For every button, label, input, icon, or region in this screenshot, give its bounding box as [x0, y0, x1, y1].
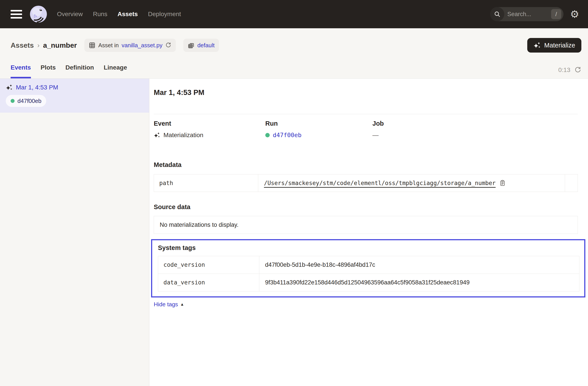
- system-tag-value: d47f00eb-5d1b-4e9e-b18c-4896af4bd17c: [259, 256, 579, 274]
- system-tags-highlighted-section: System tags code_version d47f00eb-5d1b-4…: [151, 239, 585, 297]
- table-actions-cell: [565, 174, 578, 192]
- system-tags-title: System tags: [158, 244, 579, 251]
- menu-icon[interactable]: [11, 10, 22, 19]
- dagster-logo-icon[interactable]: [30, 5, 47, 23]
- code-location-icon: [188, 42, 194, 49]
- materialization-sparkle-icon: [154, 132, 160, 139]
- breadcrumb-assets-link[interactable]: Assets: [11, 41, 34, 49]
- search-shortcut-key: /: [551, 9, 561, 19]
- event-list-item[interactable]: Mar 1, 4:53 PM d47f00eb: [0, 79, 149, 113]
- job-column-label: Job: [372, 120, 578, 127]
- caret-up-icon: ▲: [180, 302, 184, 307]
- source-data-empty-message: No materializations to display.: [154, 216, 578, 234]
- nav-link-deployment[interactable]: Deployment: [148, 11, 181, 18]
- system-tags-table: code_version d47f00eb-5d1b-4e9e-b18c-489…: [158, 256, 579, 291]
- system-tag-key: code_version: [158, 256, 259, 274]
- asset-badge-prefix: Asset in: [98, 42, 119, 49]
- system-tag-value: 9f3b411a390fd22e158d446d5d12504963596aa6…: [259, 274, 579, 291]
- metadata-key: path: [154, 174, 258, 192]
- event-timestamp-link[interactable]: Mar 1, 4:53 PM: [16, 84, 58, 91]
- table-row: data_version 9f3b411a390fd22e158d446d5d1…: [158, 274, 579, 291]
- table-row: code_version d47f00eb-5d1b-4e9e-b18c-489…: [158, 256, 579, 274]
- nav-link-overview[interactable]: Overview: [57, 11, 83, 18]
- materialize-button[interactable]: Materialize: [527, 38, 581, 53]
- sparkle-icon: [533, 41, 541, 49]
- divider: [154, 114, 578, 114]
- breadcrumb: Assets › a_number: [11, 41, 77, 49]
- breadcrumb-current-asset: a_number: [43, 41, 77, 49]
- run-status-dot: [11, 99, 15, 103]
- hide-tags-link[interactable]: Hide tags ▲: [154, 301, 184, 308]
- reload-definition-icon[interactable]: [165, 42, 171, 48]
- system-tag-key: data_version: [158, 274, 259, 291]
- table-row: path /Users/smackesey/stm/code/elementl/…: [154, 174, 578, 192]
- tab-events[interactable]: Events: [11, 64, 31, 78]
- run-column-label: Run: [265, 120, 372, 127]
- code-location-badge: default: [183, 39, 219, 52]
- metadata-section: Metadata path /Users/smackesey/stm/code/…: [154, 161, 578, 192]
- nav-link-assets[interactable]: Assets: [118, 11, 138, 18]
- search-input[interactable]: [504, 11, 551, 18]
- tab-plots[interactable]: Plots: [41, 64, 56, 78]
- asset-definition-badge: Asset in vanilla_asset.py: [84, 39, 176, 52]
- materialize-button-label: Materialize: [544, 42, 575, 49]
- run-tag[interactable]: d47f00eb: [6, 95, 46, 107]
- run-tag-label: d47f00eb: [18, 98, 41, 104]
- settings-gear-icon[interactable]: ⚙: [570, 9, 579, 19]
- search-icon: [490, 7, 504, 21]
- path-value-link[interactable]: /Users/smackesey/stm/code/elementl/oss/t…: [264, 180, 496, 186]
- primary-nav: Overview Runs Assets Deployment: [57, 11, 181, 18]
- event-heading: Mar 1, 4:53 PM: [154, 88, 578, 97]
- run-id-link[interactable]: d47f00eb: [273, 132, 301, 139]
- source-data-section: Source data No materializations to displ…: [154, 203, 578, 234]
- asset-file-link[interactable]: vanilla_asset.py: [122, 42, 162, 49]
- metadata-title: Metadata: [154, 161, 578, 168]
- refresh-icon[interactable]: [574, 66, 581, 74]
- metadata-table: path /Users/smackesey/stm/code/elementl/…: [154, 174, 578, 192]
- hide-tags-label: Hide tags: [154, 301, 178, 308]
- event-summary: Event Materialization Run d: [154, 120, 578, 139]
- asset-header: Assets › a_number Asset in vanilla_asset…: [0, 28, 588, 79]
- copy-icon[interactable]: [499, 180, 506, 186]
- event-detail-panel: Mar 1, 4:53 PM Event Materialization: [149, 79, 588, 386]
- job-empty-value: —: [372, 132, 378, 139]
- code-location-link[interactable]: default: [197, 42, 214, 49]
- breadcrumb-separator: ›: [37, 41, 40, 49]
- tab-definition[interactable]: Definition: [65, 64, 94, 78]
- event-type-value: Materialization: [164, 132, 203, 139]
- refresh-countdown: 0:13: [558, 66, 570, 74]
- asset-tabs: Events Plots Definition Lineage: [11, 64, 127, 78]
- tab-lineage[interactable]: Lineage: [104, 64, 127, 78]
- events-sidebar: Mar 1, 4:53 PM d47f00eb: [0, 79, 149, 386]
- source-data-title: Source data: [154, 203, 578, 211]
- run-status-dot: [265, 133, 270, 137]
- nav-link-runs[interactable]: Runs: [93, 11, 107, 18]
- top-nav: Overview Runs Assets Deployment / ⚙: [0, 0, 588, 28]
- materialization-sparkle-icon: [6, 84, 13, 91]
- event-column-label: Event: [154, 120, 265, 127]
- search-box[interactable]: /: [490, 7, 564, 21]
- asset-grid-icon: [89, 42, 95, 49]
